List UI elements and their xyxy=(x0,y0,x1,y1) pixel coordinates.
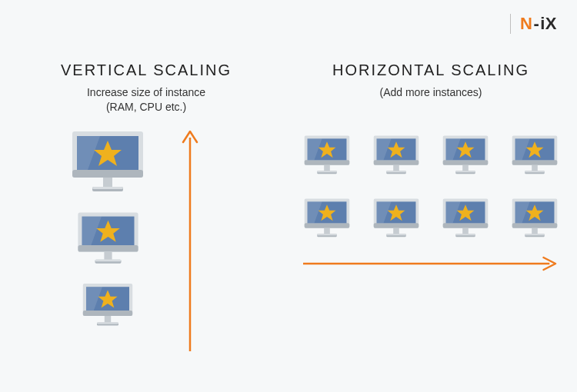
svg-rect-9 xyxy=(78,245,138,252)
vertical-scaling-panel: VERTICAL SCALING Increase size of instan… xyxy=(8,61,285,374)
svg-rect-54 xyxy=(532,165,538,171)
computer-icon xyxy=(441,134,490,177)
svg-rect-34 xyxy=(374,160,419,164)
horizontal-scaling-panel: HORIZONTAL SCALING (Add more instances) xyxy=(292,61,569,272)
computer-icon xyxy=(510,134,559,177)
vertical-arrow-up-icon xyxy=(181,128,199,351)
computer-icon xyxy=(372,134,421,177)
computer-icon xyxy=(441,197,490,240)
svg-rect-80 xyxy=(455,234,475,235)
svg-rect-56 xyxy=(525,171,544,172)
svg-rect-48 xyxy=(455,171,475,172)
svg-rect-40 xyxy=(386,171,405,172)
horizontal-monitor-grid xyxy=(292,134,569,240)
logo-part-ix: iX xyxy=(540,14,557,34)
svg-rect-86 xyxy=(532,228,538,234)
horizontal-subtitle: (Add more instances) xyxy=(292,85,569,100)
computer-icon xyxy=(75,210,141,267)
svg-rect-64 xyxy=(317,234,336,235)
svg-rect-17 xyxy=(83,311,132,316)
computer-icon xyxy=(302,134,352,177)
vertical-monitor-stack xyxy=(50,128,165,329)
svg-rect-21 xyxy=(105,316,111,322)
svg-rect-82 xyxy=(512,223,558,228)
horizontal-title: HORIZONTAL SCALING xyxy=(292,61,569,79)
svg-rect-50 xyxy=(512,160,558,164)
logo-part-n: N xyxy=(520,14,532,34)
svg-rect-13 xyxy=(104,251,112,259)
svg-rect-78 xyxy=(462,228,469,234)
svg-rect-38 xyxy=(393,165,399,171)
svg-rect-46 xyxy=(462,165,469,171)
vertical-subtitle-line1: Increase size of instance xyxy=(87,86,205,98)
computer-icon xyxy=(372,197,421,240)
horizontal-arrow-right-icon xyxy=(303,255,559,272)
svg-rect-74 xyxy=(443,223,489,228)
svg-rect-7 xyxy=(92,187,123,189)
svg-rect-5 xyxy=(103,178,112,187)
svg-rect-70 xyxy=(393,228,399,234)
svg-rect-23 xyxy=(97,322,118,324)
svg-rect-15 xyxy=(95,259,121,261)
vertical-diagram xyxy=(8,128,285,374)
vertical-subtitle-line2: (RAM, CPU etc.) xyxy=(106,101,186,113)
svg-rect-42 xyxy=(443,160,489,164)
svg-rect-30 xyxy=(324,165,330,171)
svg-rect-66 xyxy=(374,223,419,228)
logo-dash: - xyxy=(533,14,539,34)
svg-rect-62 xyxy=(324,228,330,234)
svg-rect-72 xyxy=(386,234,405,235)
computer-icon xyxy=(510,197,559,240)
vertical-subtitle: Increase size of instance (RAM, CPU etc.… xyxy=(8,85,285,115)
computer-icon xyxy=(302,197,352,240)
brand-logo: N - iX xyxy=(510,14,557,34)
logo-divider xyxy=(510,14,511,34)
svg-rect-1 xyxy=(72,170,143,178)
svg-rect-26 xyxy=(305,160,350,164)
svg-rect-58 xyxy=(305,223,350,228)
vertical-title: VERTICAL SCALING xyxy=(8,61,285,79)
computer-icon xyxy=(69,128,146,196)
computer-icon xyxy=(81,281,135,329)
svg-rect-32 xyxy=(317,171,336,172)
svg-rect-88 xyxy=(525,234,544,235)
